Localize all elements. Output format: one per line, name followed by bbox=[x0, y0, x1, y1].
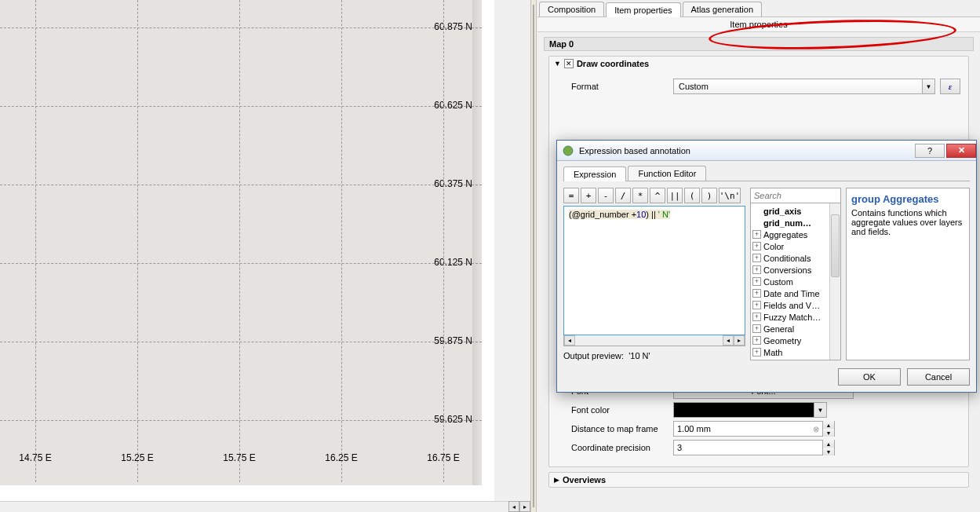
map-canvas[interactable]: 60.875 N 60.625 N 60.375 N 60.125 N 59.8… bbox=[0, 0, 482, 485]
tree-item-label: General bbox=[763, 324, 794, 334]
hscroll-left-icon[interactable]: ◂ bbox=[508, 501, 519, 512]
lat-label: 60.125 N bbox=[434, 257, 472, 268]
tree-item[interactable]: +Conditionals bbox=[751, 252, 840, 264]
help-title: group Aggregates bbox=[851, 193, 964, 205]
tab-atlas-generation[interactable]: Atlas generation bbox=[683, 2, 763, 16]
tree-item[interactable]: +Math bbox=[751, 346, 840, 358]
tab-composition[interactable]: Composition bbox=[539, 2, 604, 16]
group-head-overviews[interactable]: ▶ Overviews bbox=[549, 473, 968, 487]
op-newline[interactable]: '\n' bbox=[719, 188, 741, 203]
tree-item[interactable]: +Custom bbox=[751, 276, 840, 287]
op-lparen[interactable]: ( bbox=[684, 188, 700, 203]
grid-line-lat bbox=[0, 27, 482, 28]
op-div[interactable]: / bbox=[615, 188, 631, 203]
tree-item[interactable]: +Conversions bbox=[751, 264, 840, 276]
hscroll-right-icon[interactable]: ▸ bbox=[519, 501, 530, 512]
tree-expand-icon[interactable]: + bbox=[752, 254, 761, 262]
spin-up-icon[interactable]: ▲ bbox=[822, 421, 834, 429]
tree-item[interactable]: +Date and Time bbox=[751, 287, 840, 299]
tab-expression[interactable]: Expression bbox=[563, 166, 626, 181]
lat-label: 60.625 N bbox=[434, 100, 472, 111]
tree-expand-icon[interactable]: + bbox=[752, 242, 761, 251]
tree-item[interactable]: +Fuzzy Match… bbox=[751, 311, 840, 323]
lat-label: 59.625 N bbox=[434, 414, 472, 425]
hscroll-left-icon[interactable]: ◂ bbox=[564, 335, 575, 346]
vscroll-track[interactable] bbox=[829, 203, 840, 360]
lon-label: 16.75 E bbox=[427, 452, 459, 463]
preview-value: '10 N' bbox=[628, 351, 650, 360]
clear-icon[interactable]: ⊗ bbox=[810, 425, 822, 433]
grid-line-lon bbox=[35, 0, 36, 482]
tree-item-label: grid_axis bbox=[763, 207, 801, 216]
tree-item[interactable]: +Geometry bbox=[751, 335, 840, 346]
tree-item[interactable]: +Fields and V… bbox=[751, 299, 840, 311]
op-equals[interactable]: = bbox=[563, 188, 579, 203]
tree-expand-icon[interactable]: + bbox=[752, 277, 761, 286]
lat-label: 60.875 N bbox=[434, 21, 472, 32]
lat-label: 59.875 N bbox=[434, 335, 472, 346]
expression-editor[interactable]: (@grid_number +10) || ' N' bbox=[563, 206, 745, 335]
color-swatch[interactable] bbox=[673, 402, 814, 418]
tree-expand-icon[interactable]: + bbox=[752, 289, 761, 298]
editor-hscroll[interactable]: ◂ ◂▸ bbox=[563, 335, 745, 346]
tree-expand-icon[interactable]: + bbox=[752, 301, 761, 309]
tree-item-label: Conversions bbox=[763, 265, 811, 275]
ok-button[interactable]: OK bbox=[838, 368, 901, 386]
tab-function-editor[interactable]: Function Editor bbox=[628, 166, 706, 181]
op-plus[interactable]: + bbox=[581, 188, 596, 203]
op-pow[interactable]: ^ bbox=[650, 188, 665, 203]
splitter-vertical[interactable] bbox=[530, 0, 537, 512]
hscroll-left2-icon[interactable]: ◂ bbox=[723, 335, 734, 346]
dialog-titlebar[interactable]: Expression based annotation ? ✕ bbox=[557, 141, 976, 161]
spin-precision-input[interactable] bbox=[674, 443, 822, 452]
spin-down-icon[interactable]: ▼ bbox=[822, 448, 834, 455]
tree-expand-icon[interactable]: + bbox=[752, 324, 761, 333]
tree-item[interactable]: grid_axis bbox=[751, 205, 840, 217]
tree-expand-icon[interactable]: + bbox=[752, 336, 761, 345]
tree-item[interactable]: +General bbox=[751, 323, 840, 335]
op-minus[interactable]: - bbox=[598, 188, 614, 203]
spin-precision[interactable]: ▲▼ bbox=[673, 440, 835, 455]
combo-format[interactable]: Custom ▼ bbox=[673, 79, 935, 94]
hscroll-right-icon[interactable]: ▸ bbox=[734, 335, 745, 346]
op-concat[interactable]: || bbox=[667, 188, 683, 203]
spin-down-icon[interactable]: ▼ bbox=[822, 429, 834, 437]
expand-icon: ▶ bbox=[554, 476, 559, 484]
tree-item[interactable]: grid_num… bbox=[751, 217, 840, 229]
spin-distance[interactable]: ⊗ ▲▼ bbox=[673, 421, 835, 437]
expression-button[interactable]: ε bbox=[940, 79, 960, 94]
search-input[interactable] bbox=[751, 188, 840, 203]
cancel-button[interactable]: Cancel bbox=[907, 368, 970, 386]
spin-up-icon[interactable]: ▲ bbox=[822, 440, 834, 448]
op-mul[interactable]: * bbox=[632, 188, 648, 203]
label-format: Format bbox=[571, 82, 673, 91]
function-tree[interactable]: grid_axisgrid_num…+Aggregates+Color+Cond… bbox=[751, 203, 840, 360]
tree-item-label: Custom bbox=[763, 277, 793, 287]
chevron-down-icon[interactable]: ▼ bbox=[814, 402, 827, 418]
chevron-down-icon[interactable]: ▼ bbox=[923, 79, 935, 94]
tree-item[interactable]: +Color bbox=[751, 240, 840, 252]
tree-expand-icon[interactable]: + bbox=[752, 230, 761, 239]
help-button[interactable]: ? bbox=[915, 144, 945, 158]
group-head-draw-coordinates[interactable]: ▼ ✕ Draw coordinates bbox=[549, 57, 968, 71]
close-button[interactable]: ✕ bbox=[946, 144, 976, 158]
vscroll-thumb[interactable] bbox=[831, 214, 840, 277]
spin-distance-input[interactable] bbox=[674, 424, 810, 433]
tree-item[interactable]: +Aggregates bbox=[751, 229, 840, 240]
hscroll-track[interactable]: ◂ ▸ bbox=[0, 501, 530, 512]
tree-expand-icon[interactable]: + bbox=[752, 265, 761, 274]
checkbox-draw-coordinates[interactable]: ✕ bbox=[564, 59, 574, 68]
op-rparen[interactable]: ) bbox=[701, 188, 717, 203]
collapse-icon: ▼ bbox=[554, 60, 561, 68]
map-canvas-area: 60.875 N 60.625 N 60.375 N 60.125 N 59.8… bbox=[0, 0, 494, 512]
tree-expand-icon[interactable]: + bbox=[752, 313, 761, 321]
combo-format-value[interactable]: Custom bbox=[673, 79, 923, 94]
tree-expand-icon[interactable]: + bbox=[752, 348, 761, 357]
tree-item-label: Fields and V… bbox=[763, 301, 820, 310]
group-title: Overviews bbox=[563, 475, 606, 485]
tree-item-label: Fuzzy Match… bbox=[763, 313, 821, 322]
svg-point-0 bbox=[563, 146, 573, 155]
grid-line-lon bbox=[443, 0, 444, 482]
lon-label: 16.25 E bbox=[325, 452, 357, 463]
tab-item-properties[interactable]: Item properties bbox=[606, 2, 680, 17]
